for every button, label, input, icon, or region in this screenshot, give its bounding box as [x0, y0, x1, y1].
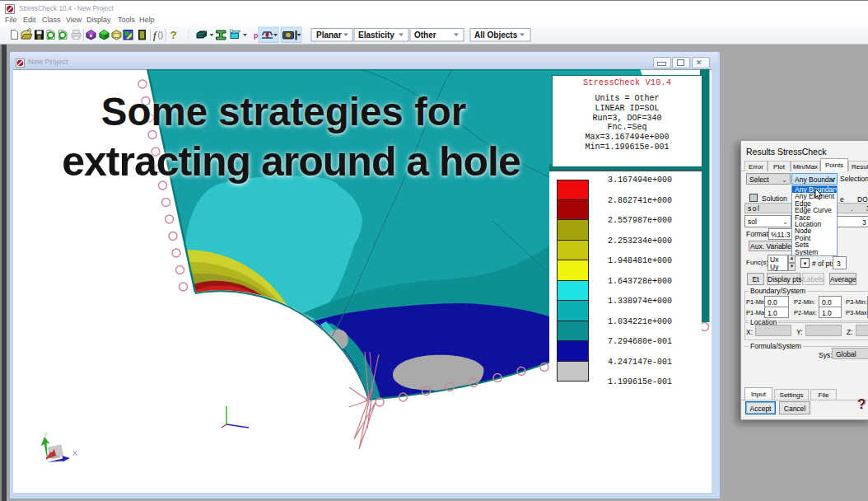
svg-text:Y: Y — [44, 431, 48, 438]
svg-text:X: X — [72, 449, 77, 457]
